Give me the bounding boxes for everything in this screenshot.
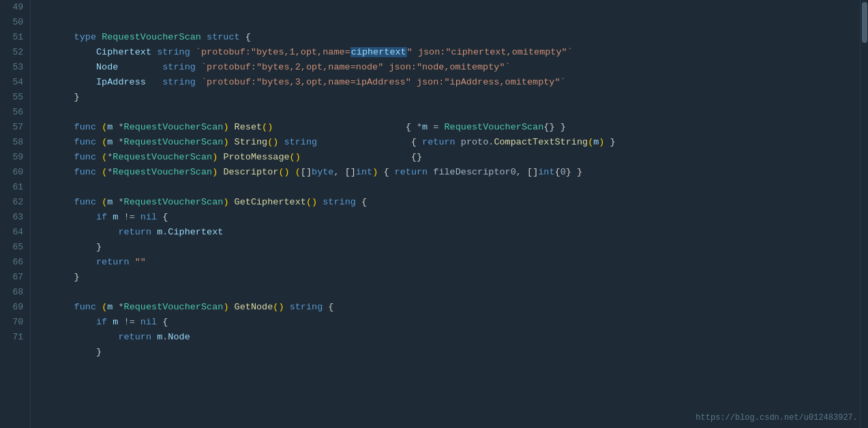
scrollbar-thumb[interactable] bbox=[862, 2, 867, 43]
type-name: RequestVoucherScan bbox=[102, 32, 201, 42]
line-num-56: 56 bbox=[0, 105, 23, 120]
code-line-49 bbox=[41, 0, 860, 15]
highlight-ciphertext: ciphertext bbox=[350, 47, 407, 57]
line-num-64: 64 bbox=[0, 225, 23, 240]
keyword-return-70: return bbox=[118, 332, 151, 342]
keyword-func-68: func bbox=[74, 302, 96, 312]
line-num-53: 53 bbox=[0, 60, 23, 75]
keyword-func-58: func bbox=[74, 152, 96, 162]
empty-string-65: "" bbox=[135, 257, 146, 267]
line-num-65: 65 bbox=[0, 240, 23, 255]
keyword-return-63: return bbox=[118, 227, 151, 237]
code-line-61: func (m *RequestVoucherScan) GetCipherte… bbox=[41, 180, 860, 195]
line-num-68: 68 bbox=[0, 285, 23, 300]
line-num-66: 66 bbox=[0, 255, 23, 270]
line-num-55: 55 bbox=[0, 90, 23, 105]
line-num-49: 49 bbox=[0, 0, 23, 15]
backtick-tag-51: `protobuf:"bytes,1,opt,name= bbox=[196, 47, 350, 57]
line-num-51: 51 bbox=[0, 30, 23, 45]
keyword-func-56: func bbox=[74, 122, 96, 132]
line-num-70: 70 bbox=[0, 315, 23, 330]
field-node: Node bbox=[96, 62, 118, 72]
line-num-54: 54 bbox=[0, 75, 23, 90]
type-string-53: string bbox=[162, 77, 196, 87]
code-line-66: } bbox=[41, 255, 860, 270]
code-editor: 49 50 51 52 53 54 55 56 57 58 59 60 61 6… bbox=[0, 0, 868, 428]
watermark-text: https://blog.csdn.net/u012483927. bbox=[695, 413, 858, 423]
line-num-61: 61 bbox=[0, 180, 23, 195]
keyword-func-61: func bbox=[74, 197, 96, 207]
code-line-67 bbox=[41, 270, 860, 285]
keyword-return-57: return bbox=[422, 137, 455, 147]
method-string: String bbox=[235, 137, 268, 147]
line-numbers-gutter: 49 50 51 52 53 54 55 56 57 58 59 60 61 6… bbox=[0, 0, 31, 428]
line-num-69: 69 bbox=[0, 300, 23, 315]
keyword-type: type bbox=[74, 32, 96, 42]
method-reset: Reset bbox=[235, 122, 263, 132]
type-string-52: string bbox=[162, 62, 196, 72]
code-line-68: func (m *RequestVoucherScan) GetNode() s… bbox=[41, 285, 860, 300]
method-getnode: GetNode bbox=[235, 302, 273, 312]
keyword-func-57: func bbox=[74, 137, 96, 147]
backtick-tag-53: `protobuf:"bytes,3,opt,name=ipAddress" j… bbox=[201, 77, 566, 87]
line-num-59: 59 bbox=[0, 150, 23, 165]
line-num-57: 57 bbox=[0, 120, 23, 135]
code-line-56: func (m *RequestVoucherScan) Reset() { *… bbox=[41, 105, 860, 120]
type-string-51: string bbox=[157, 47, 190, 57]
method-descriptor: Descriptor bbox=[223, 167, 278, 177]
scrollbar[interactable] bbox=[860, 0, 868, 428]
method-protomessage: ProtoMessage bbox=[223, 152, 289, 162]
keyword-if-69: if bbox=[96, 317, 107, 327]
field-ipaddress: IpAddress bbox=[96, 77, 146, 87]
line-num-67: 67 bbox=[0, 270, 23, 285]
line-num-52: 52 bbox=[0, 45, 23, 60]
code-line-55 bbox=[41, 90, 860, 105]
line-num-62: 62 bbox=[0, 195, 23, 210]
method-getciphertext: GetCiphertext bbox=[235, 197, 306, 207]
line-num-50: 50 bbox=[0, 15, 23, 30]
line-num-71: 71 bbox=[0, 330, 23, 345]
field-ciphertext: Ciphertext bbox=[96, 47, 151, 57]
line-num-58: 58 bbox=[0, 135, 23, 150]
code-line-50: type RequestVoucherScan struct { bbox=[41, 15, 860, 30]
keyword-return-65: return bbox=[96, 257, 130, 267]
keyword-struct: struct bbox=[207, 32, 240, 42]
backtick-tag-52: `protobuf:"bytes,2,opt,name=node" json:"… bbox=[201, 62, 511, 72]
keyword-func-59: func bbox=[74, 167, 96, 177]
line-num-63: 63 bbox=[0, 210, 23, 225]
code-text-area[interactable]: type RequestVoucherScan struct { Ciphert… bbox=[31, 0, 860, 428]
keyword-if-62: if bbox=[96, 212, 107, 222]
code-line-65: return "" bbox=[41, 240, 860, 255]
line-num-60: 60 bbox=[0, 165, 23, 180]
